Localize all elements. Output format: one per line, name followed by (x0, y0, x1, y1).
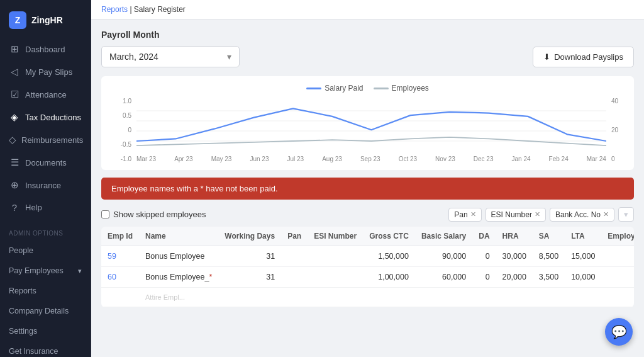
col-sa: SA (533, 227, 565, 246)
bank-acc-filter-tag[interactable]: Bank Acc. No ✕ (550, 208, 614, 222)
breadcrumb-reports-link[interactable]: Reports (101, 5, 128, 14)
sidebar-item-documents[interactable]: ☰ Documents (0, 151, 91, 174)
da-59: 0 (472, 246, 496, 267)
breadcrumb: Reports | Salary Register (91, 0, 644, 20)
sidebar-item-attendance[interactable]: ☑ Attendance (0, 83, 91, 106)
table-controls: Show skipped employees Pan ✕ ESI Number … (101, 207, 634, 222)
sidebar-item-reimbursements[interactable]: ◇ Reimbursements (0, 128, 91, 151)
working-days-60: 31 (218, 267, 281, 288)
app-name: ZingHR (31, 15, 63, 25)
partial-row-rest (218, 288, 634, 307)
show-skipped-checkbox[interactable] (101, 210, 109, 218)
col-basic-salary: Basic Salary (415, 227, 472, 246)
sa-60: 3,500 (533, 267, 565, 288)
emp-id-partial[interactable] (101, 288, 139, 307)
col-hra: HRA (496, 227, 533, 246)
sidebar-item-pay-employees[interactable]: Pay Employees ▾ (0, 261, 91, 281)
gross-ctc-59: 1,50,000 (363, 246, 415, 267)
chart-svg (136, 98, 606, 154)
payroll-controls: March, 2024 ▾ ⬇ Download Payslips (101, 46, 634, 67)
month-select[interactable]: March, 2024 ▾ (101, 46, 240, 67)
emp-name-partial: Attire Empl... (139, 288, 218, 307)
admin-options-label: ADMIN OPTIONS (0, 226, 91, 241)
col-esi-number: ESI Number (308, 227, 363, 246)
chat-icon: 💬 (611, 324, 627, 339)
col-lta: LTA (565, 227, 601, 246)
sidebar-item-people[interactable]: People (0, 241, 91, 261)
emp-id-59[interactable]: 59 (101, 246, 139, 267)
pan-59 (281, 246, 308, 267)
emp-name-59: Bonus Employee (139, 246, 218, 267)
col-pan: Pan (281, 227, 308, 246)
col-emp-id: Emp Id (101, 227, 139, 246)
attendance-icon: ☑ (9, 89, 20, 100)
pan-filter-tag[interactable]: Pan ✕ (448, 208, 481, 222)
pan-60 (281, 267, 308, 288)
esi-filter-tag[interactable]: ESI Number ✕ (486, 208, 546, 222)
table-row: 59 Bonus Employee 31 1,50,000 90,000 0 3… (101, 246, 634, 267)
warning-banner: Employee names with a * have not been pa… (101, 178, 634, 200)
pay-slips-icon: ◁ (9, 66, 20, 77)
table-header-row: Emp Id Name Working Days Pan ESI Number … (101, 227, 634, 246)
help-icon: ? (9, 202, 20, 213)
legend-salary-paid: Salary Paid (306, 84, 363, 93)
esi-60 (308, 267, 363, 288)
sidebar-item-help[interactable]: ? Help (0, 196, 91, 218)
employer-pf-59: 0 (601, 246, 634, 267)
download-payslips-button[interactable]: ⬇ Download Payslips (533, 47, 634, 67)
filter-more-button[interactable]: ▾ (618, 207, 634, 222)
da-60: 0 (472, 267, 496, 288)
download-icon: ⬇ (543, 52, 550, 62)
gross-ctc-60: 1,00,000 (363, 267, 415, 288)
legend-employees: Employees (374, 84, 429, 93)
documents-icon: ☰ (9, 157, 20, 168)
working-days-59: 31 (218, 246, 281, 267)
sidebar-item-dashboard[interactable]: ⊞ Dashboard (0, 38, 91, 60)
chart-legend: Salary Paid Employees (111, 84, 624, 93)
sidebar-item-reports[interactable]: Reports (0, 281, 91, 301)
sidebar-item-insurance[interactable]: ⊕ Insurance (0, 174, 91, 196)
content-area: Payroll Month March, 2024 ▾ ⬇ Download P… (91, 20, 644, 357)
salary-paid-legend-line (306, 88, 321, 89)
sidebar-item-my-pay-slips[interactable]: ◁ My Pay Slips (0, 60, 91, 83)
col-name: Name (139, 227, 218, 246)
y-axis-right: 40200 (609, 98, 624, 162)
table-row: 60 Bonus Employee_* 31 1,00,000 60,000 0… (101, 267, 634, 288)
sidebar-item-tax-deductions[interactable]: ◈ Tax Deductions (0, 106, 91, 128)
x-axis-labels: Mar 23Apr 23May 23Jun 23Jul 23 Aug 23Sep… (136, 156, 606, 162)
pan-filter-remove[interactable]: ✕ (470, 210, 476, 218)
chart-body: Mar 23Apr 23May 23Jun 23Jul 23 Aug 23Sep… (136, 98, 606, 162)
sidebar-item-get-insurance[interactable]: Get Insurance (0, 341, 91, 357)
table-row: Attire Empl... (101, 288, 634, 307)
tax-icon: ◈ (9, 111, 20, 123)
hra-60: 20,000 (496, 267, 533, 288)
salary-register-table: Emp Id Name Working Days Pan ESI Number … (101, 227, 634, 307)
basic-salary-60: 60,000 (415, 267, 472, 288)
sidebar: Z ZingHR ⊞ Dashboard ◁ My Pay Slips ☑ At… (0, 0, 91, 357)
insurance-icon: ⊕ (9, 179, 20, 191)
sidebar-item-settings[interactable]: Settings (0, 321, 91, 341)
emp-name-60: Bonus Employee_* (139, 267, 218, 288)
chevron-down-icon: ▾ (624, 210, 628, 219)
col-working-days: Working Days (218, 227, 281, 246)
hra-59: 30,000 (496, 246, 533, 267)
chevron-down-icon: ▾ (78, 267, 82, 275)
main-content: Reports | Salary Register Payroll Month … (91, 0, 644, 357)
sa-59: 8,500 (533, 246, 565, 267)
employees-legend-line (374, 88, 389, 89)
show-skipped-label[interactable]: Show skipped employees (101, 210, 206, 219)
app-logo: Z (9, 11, 26, 29)
emp-id-60[interactable]: 60 (101, 267, 139, 288)
salary-chart: Salary Paid Employees 1.00.50-0.5-1.0 (101, 76, 634, 170)
y-axis-left: 1.00.50-0.5-1.0 (111, 98, 134, 162)
chat-fab-button[interactable]: 💬 (605, 318, 633, 346)
lta-59: 15,000 (565, 246, 601, 267)
esi-filter-remove[interactable]: ✕ (535, 210, 540, 218)
salary-table: Emp Id Name Working Days Pan ESI Number … (101, 227, 634, 307)
dashboard-icon: ⊞ (9, 43, 20, 55)
chevron-down-icon: ▾ (227, 52, 231, 62)
chart-area: 1.00.50-0.5-1.0 (111, 98, 624, 162)
bank-acc-filter-remove[interactable]: ✕ (603, 210, 609, 218)
sidebar-item-company-details[interactable]: Company Details (0, 301, 91, 321)
col-employer-pf: Employer PF Contr. (601, 227, 634, 246)
